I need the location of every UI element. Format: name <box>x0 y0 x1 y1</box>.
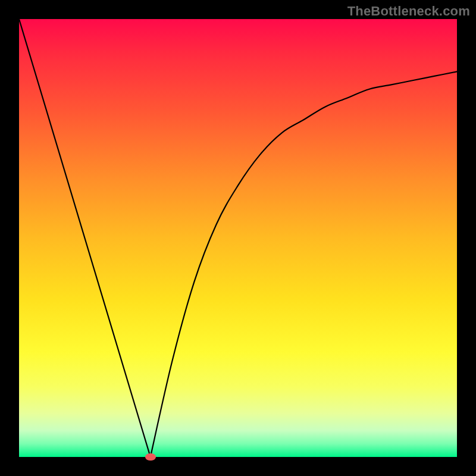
watermark-text: TheBottleneck.com <box>347 4 470 19</box>
curve-svg <box>19 19 457 457</box>
chart-frame: TheBottleneck.com <box>0 0 476 476</box>
plot-area <box>19 19 457 457</box>
vertex-marker <box>145 453 156 461</box>
bottleneck-curve <box>19 19 457 457</box>
